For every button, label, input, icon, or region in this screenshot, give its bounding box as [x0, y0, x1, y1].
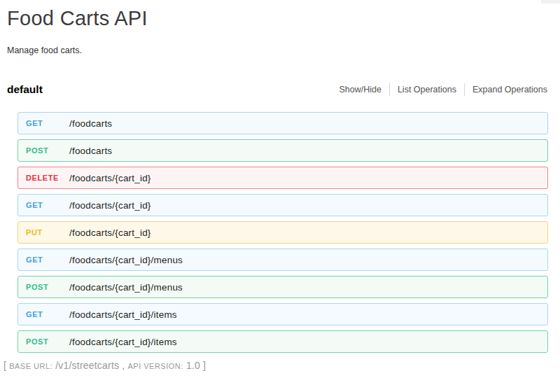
footer-separator: ,: [122, 360, 125, 371]
show-hide-link[interactable]: Show/Hide: [331, 83, 388, 96]
method-badge: GET: [26, 310, 69, 318]
section-header: default Show/Hide List Operations Expand…: [7, 83, 547, 96]
expand-operations-link[interactable]: Expand Operations: [464, 83, 547, 96]
operation-path: /foodcarts/{cart_id}: [69, 200, 151, 211]
operation-path: /foodcarts/{cart_id}/menus: [69, 282, 183, 293]
base-url-value: /v1/streetcarts: [55, 360, 119, 371]
operation-path: /foodcarts/{cart_id}/menus: [69, 255, 183, 265]
operation-row[interactable]: GET /foodcarts/{cart_id}/items: [18, 303, 548, 326]
operation-path: /foodcarts/{cart_id}/items: [69, 337, 177, 347]
operation-row[interactable]: PUT /foodcarts/{cart_id}: [18, 221, 548, 244]
footer-open-bracket: [: [4, 360, 6, 371]
operation-row[interactable]: POST /foodcarts/{cart_id}/items: [18, 330, 548, 353]
base-url-footer: [ BASE URL: /v1/streetcarts , API VERSIO…: [4, 360, 560, 371]
section-actions: Show/Hide List Operations Expand Operati…: [331, 83, 547, 96]
operation-row[interactable]: POST /foodcarts/{cart_id}/menus: [18, 276, 548, 298]
method-badge: POST: [26, 283, 69, 291]
operation-path: /foodcarts/{cart_id}: [69, 227, 151, 238]
operation-row[interactable]: GET /foodcarts/{cart_id}/menus: [18, 248, 548, 271]
method-badge: PUT: [26, 228, 69, 237]
api-version-value: 1.0: [186, 360, 200, 371]
page-title: Food Carts API: [7, 7, 560, 30]
api-version-label: API VERSION:: [127, 362, 183, 370]
method-badge: GET: [26, 119, 69, 127]
scrollbar-track: [541, 0, 560, 4]
list-operations-link[interactable]: List Operations: [389, 83, 464, 96]
method-badge: GET: [26, 201, 69, 209]
operation-row[interactable]: GET /foodcarts/{cart_id}: [18, 194, 548, 216]
operation-path: /foodcarts/{cart_id}/items: [69, 309, 177, 320]
footer-close-bracket: ]: [203, 360, 206, 371]
operations-list: GET /foodcarts POST /foodcarts DELETE /f…: [18, 112, 548, 353]
operation-row[interactable]: POST /foodcarts: [18, 139, 548, 162]
operation-path: /foodcarts: [69, 118, 112, 129]
method-badge: GET: [26, 255, 69, 264]
api-description: Manage food carts.: [7, 46, 560, 55]
base-url-label: BASE URL:: [9, 362, 52, 370]
method-badge: POST: [26, 146, 69, 155]
operation-row[interactable]: DELETE /foodcarts/{cart_id}: [18, 167, 548, 189]
operation-path: /foodcarts: [69, 146, 112, 156]
operation-path: /foodcarts/{cart_id}: [69, 173, 151, 183]
method-badge: DELETE: [26, 174, 69, 182]
section-name-default[interactable]: default: [7, 83, 43, 96]
operation-row[interactable]: GET /foodcarts: [18, 112, 548, 134]
method-badge: POST: [26, 337, 69, 346]
